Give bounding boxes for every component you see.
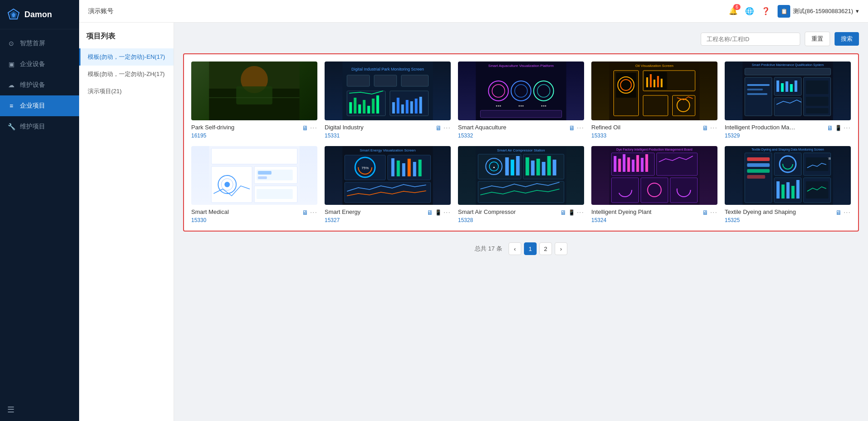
svg-rect-96 [397, 161, 400, 176]
project-more-menu-medical[interactable]: ··· [310, 208, 317, 217]
prev-page-button[interactable]: ‹ [509, 242, 521, 255]
project-card-dyeplant[interactable]: Dye Factory Intelligent Production Manag… [591, 146, 717, 223]
panel-item-demo[interactable]: 演示项目(21) [79, 83, 174, 100]
sidebar-item-enterprise-project[interactable]: ≡ 企业项目 [0, 95, 79, 116]
svg-rect-71 [795, 80, 797, 92]
project-more-menu-oil[interactable]: ··· [710, 124, 717, 132]
svg-rect-84 [257, 189, 293, 199]
svg-rect-115 [542, 162, 546, 175]
sidebar-item-enterprise-device[interactable]: ▣ 企业设备 [0, 54, 79, 75]
app-logo: Damon [0, 0, 79, 29]
svg-rect-130 [637, 155, 639, 172]
svg-rect-67 [777, 80, 779, 92]
page-2-button[interactable]: 2 [539, 242, 552, 255]
project-name-textile: Textile Dyeing and Shaping [725, 208, 797, 215]
project-more-menu-aqua[interactable]: ··· [577, 124, 584, 132]
svg-rect-111 [516, 156, 520, 175]
project-more-menu-textile[interactable]: ··· [844, 208, 851, 217]
project-card-digital[interactable]: Digital Industrial Park Monitoring Scree… [325, 61, 451, 139]
search-input[interactable] [701, 33, 800, 46]
project-thumbnail-dyeplant: Dye Factory Intelligent Production Manag… [591, 146, 717, 205]
svg-rect-98 [408, 159, 411, 176]
project-card-energy[interactable]: Smart Energy Visualization Screen 75% Sm… [325, 146, 451, 223]
svg-rect-66 [747, 93, 768, 95]
project-thumbnail-digital: Digital Industrial Park Monitoring Scree… [325, 61, 451, 120]
svg-rect-18 [363, 100, 366, 114]
project-id-compressor: 15328 [458, 217, 560, 223]
project-card-park[interactable]: Park Self-driving16195🖥··· [191, 61, 317, 139]
project-meta-park: Park Self-driving16195 [191, 124, 302, 139]
sidebar-item-maintenance-device[interactable]: ☁ 维护设备 [0, 75, 79, 95]
project-id-textile: 15325 [725, 217, 835, 223]
svg-rect-28 [420, 97, 422, 114]
sidebar: Damon ⊙ 智慧首屏 ▣ 企业设备 ☁ 维护设备 ≡ 企业项目 🔧 维护项目… [0, 0, 79, 421]
project-card-compressor[interactable]: Smart Air Compressor Station ● Smart Air… [458, 146, 584, 223]
svg-text:Smart Aquaculture Visualizatio: Smart Aquaculture Visualization Platform [488, 64, 554, 68]
user-avatar: 📋 [778, 5, 790, 18]
project-meta-dyeplant: Intelligent Dyeing Plant15324 [591, 208, 702, 223]
project-id-production: 15329 [725, 132, 827, 139]
project-name-compressor: Smart Air Compressor [458, 208, 530, 215]
panel-item-template-zh[interactable]: 模板(勿动，一定勿动)-ZH(17) [79, 66, 174, 83]
monitor-icon[interactable]: 🖥 [569, 124, 575, 132]
svg-text:Smart Energy Visualization Scr: Smart Energy Visualization Screen [360, 148, 415, 152]
svg-text:Smart Predictive Maintenance Q: Smart Predictive Maintenance Qualificati… [752, 63, 824, 67]
monitor-icon[interactable]: 🖥 [560, 209, 566, 216]
reset-button[interactable]: 重置 [805, 32, 830, 46]
project-more-menu-park[interactable]: ··· [310, 124, 317, 132]
user-info[interactable]: 📋 测试(86-15980883621) ▾ [778, 5, 859, 18]
monitor-icon[interactable]: 🖥 [302, 124, 308, 132]
svg-rect-21 [377, 95, 379, 114]
sidebar-item-smart-home[interactable]: ⊙ 智慧首屏 [0, 33, 79, 54]
project-card-oil[interactable]: Oil Visualization Screen Refined Oil1533… [591, 61, 717, 139]
svg-rect-121 [657, 153, 698, 175]
help-icon[interactable]: ❓ [761, 7, 770, 15]
main-area: 演示账号 🔔 6 🌐 ❓ 📋 测试(86-15980883621) ▾ 项目列表… [79, 0, 868, 421]
project-card-textile[interactable]: Textile Dyeing and Shaping Data Monitori… [725, 146, 851, 223]
project-card-production[interactable]: Smart Predictive Maintenance Qualificati… [725, 61, 851, 139]
project-meta-textile: Textile Dyeing and Shaping15325 [725, 208, 835, 223]
project-more-menu-compressor[interactable]: ··· [577, 208, 584, 217]
svg-rect-117 [553, 160, 557, 175]
project-more-menu-digital[interactable]: ··· [443, 124, 451, 132]
globe-icon[interactable]: 🌐 [745, 7, 754, 15]
svg-rect-143 [747, 157, 770, 161]
project-more-menu-energy[interactable]: ··· [443, 208, 451, 217]
mobile-icon[interactable]: 📱 [835, 125, 842, 131]
project-more-menu-dyeplant[interactable]: ··· [710, 208, 717, 217]
mobile-icon[interactable]: 📱 [435, 209, 442, 216]
monitor-icon[interactable]: 🖥 [702, 209, 708, 216]
svg-rect-59 [745, 68, 831, 75]
project-card-medical[interactable]: Smart Medical15330🖥··· [191, 146, 317, 223]
monitor-icon[interactable]: 🖥 [835, 209, 842, 216]
notification-icon[interactable]: 🔔 6 [729, 7, 738, 15]
panel-item-template-en[interactable]: 模板(勿动，一定勿动)-EN(17) [79, 48, 174, 66]
project-card-aqua[interactable]: Smart Aquaculture Visualization Platform… [458, 61, 584, 139]
monitor-icon[interactable]: 🖥 [827, 124, 833, 132]
next-page-button[interactable]: › [555, 242, 567, 255]
sidebar-nav: ⊙ 智慧首屏 ▣ 企业设备 ☁ 维护设备 ≡ 企业项目 🔧 维护项目 [0, 29, 79, 398]
project-name-energy: Smart Energy [325, 208, 397, 215]
svg-text:Oil Visualization Screen: Oil Visualization Screen [635, 64, 673, 68]
sidebar-item-maintenance-project[interactable]: 🔧 维护项目 [0, 116, 79, 137]
svg-rect-132 [646, 154, 648, 172]
project-more-menu-production[interactable]: ··· [844, 124, 851, 132]
monitor-icon[interactable]: 🖥 [427, 209, 433, 216]
page-1-button[interactable]: 1 [524, 242, 537, 255]
svg-rect-116 [547, 156, 551, 175]
search-bar: 重置 搜索 [183, 32, 859, 46]
svg-rect-76 [212, 148, 297, 164]
project-meta-digital: Digital Industry15331 [325, 124, 435, 139]
project-name-park: Park Self-driving [191, 124, 264, 131]
mobile-icon[interactable]: 📱 [568, 209, 575, 216]
project-name-production: Intelligent Production Manag... [725, 124, 797, 131]
svg-rect-99 [413, 162, 416, 176]
sidebar-menu-icon[interactable]: ☰ [0, 398, 79, 421]
monitor-icon[interactable]: 🖥 [702, 124, 708, 132]
svg-rect-23 [397, 98, 400, 114]
search-button[interactable]: 搜索 [835, 32, 859, 46]
monitor-icon[interactable]: 🖥 [302, 209, 308, 216]
project-thumbnail-production: Smart Predictive Maintenance Qualificati… [725, 61, 851, 120]
svg-rect-26 [410, 101, 413, 114]
monitor-icon[interactable]: 🖥 [435, 124, 442, 132]
